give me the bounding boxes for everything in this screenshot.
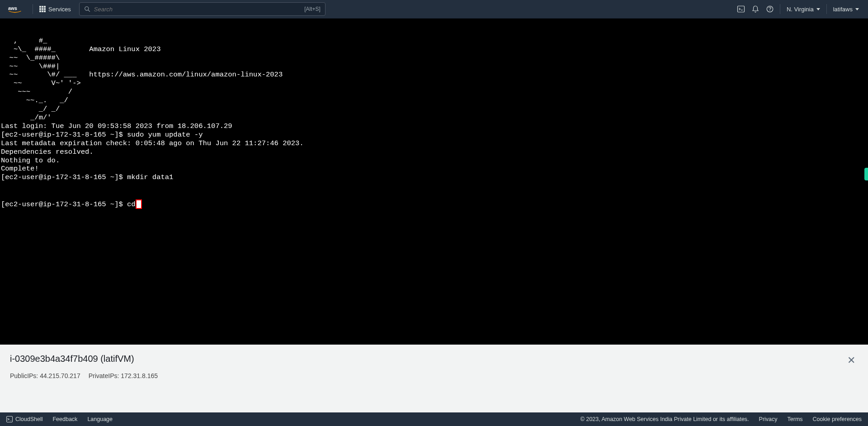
cloudshell-button[interactable]: >_ CloudShell bbox=[6, 416, 42, 422]
cookie-preferences-link[interactable]: Cookie preferences bbox=[813, 416, 862, 422]
help-icon[interactable] bbox=[763, 2, 777, 16]
terminal-line: Complete! bbox=[0, 165, 868, 173]
svg-point-6 bbox=[769, 10, 770, 11]
search-input[interactable] bbox=[94, 6, 301, 13]
terminal-current-line: [ec2-user@ip-172-31-8-165 ~]$ cd bbox=[0, 199, 868, 209]
cloudshell-label: CloudShell bbox=[15, 416, 42, 422]
terminal-line: ~~ \###| bbox=[0, 62, 868, 71]
close-icon[interactable]: ✕ bbox=[844, 354, 858, 367]
svg-line-2 bbox=[88, 10, 90, 12]
language-link[interactable]: Language bbox=[87, 416, 113, 422]
svg-rect-3 bbox=[737, 6, 744, 12]
terminal-line: ~~._. _/ bbox=[0, 96, 868, 105]
services-button[interactable]: Services bbox=[36, 6, 75, 13]
region-label: N. Virginia bbox=[787, 6, 814, 13]
terminal-line: ~~ \#/ ___ https://aws.amazon.com/linux/… bbox=[0, 71, 868, 79]
terminal-line: Last login: Tue Jun 20 09:53:58 2023 fro… bbox=[0, 122, 868, 131]
public-ip: PublicIPs: 44.215.70.217 bbox=[10, 372, 80, 379]
search-kbd-hint: [Alt+S] bbox=[304, 6, 321, 12]
privacy-link[interactable]: Privacy bbox=[759, 416, 778, 422]
region-selector[interactable]: N. Virginia bbox=[783, 6, 824, 13]
search-box[interactable]: [Alt+S] bbox=[79, 2, 326, 16]
services-label: Services bbox=[48, 6, 71, 13]
instance-title: i-0309e3b4a34f7b409 (latifVM) bbox=[10, 354, 835, 364]
terminal-line: Last metadata expiration check: 0:05:48 … bbox=[0, 139, 868, 148]
chevron-down-icon bbox=[855, 8, 859, 10]
cloudshell-icon: >_ bbox=[6, 416, 13, 422]
terminal-line: [ec2-user@ip-172-31-8-165 ~]$ sudo yum u… bbox=[0, 131, 868, 139]
terminal-line: ~~ V~' '-> bbox=[0, 79, 868, 88]
terminal-line: ~~~ / bbox=[0, 88, 868, 96]
instance-info-panel: i-0309e3b4a34f7b409 (latifVM) PublicIPs:… bbox=[0, 345, 868, 412]
grid-icon bbox=[39, 6, 46, 12]
separator bbox=[33, 4, 33, 14]
terminal-line: ~~ \_#####\ bbox=[0, 54, 868, 62]
terminal-line: _/m/' bbox=[0, 114, 868, 122]
aws-logo[interactable]: aws bbox=[5, 4, 24, 14]
svg-text:aws: aws bbox=[8, 5, 17, 11]
terminal-line: , #_ bbox=[0, 37, 868, 45]
copyright-text: © 2023, Amazon Web Services India Privat… bbox=[580, 416, 749, 422]
terminal-cursor bbox=[136, 199, 142, 209]
account-label: latifaws bbox=[833, 6, 853, 13]
feedback-link[interactable]: Feedback bbox=[52, 416, 77, 422]
terminal-line: _/ _/ bbox=[0, 105, 868, 114]
top-nav: aws Services [Alt+S] N. Virginia latifaw… bbox=[0, 0, 868, 19]
private-ip: PrivateIPs: 172.31.8.165 bbox=[89, 372, 158, 379]
terminal-line: [ec2-user@ip-172-31-8-165 ~]$ mkdir data… bbox=[0, 173, 868, 182]
terminal-view[interactable]: , #_ ~\_ ####_ Amazon Linux 2023 ~~ \_##… bbox=[0, 19, 868, 345]
bottom-bar: >_ CloudShell Feedback Language © 2023, … bbox=[0, 412, 868, 426]
account-menu[interactable]: latifaws bbox=[830, 6, 863, 13]
terminal-line: Dependencies resolved. bbox=[0, 148, 868, 156]
terminal-line: Nothing to do. bbox=[0, 156, 868, 165]
terminal-line: ~\_ ####_ Amazon Linux 2023 bbox=[0, 45, 868, 54]
search-icon bbox=[84, 6, 90, 12]
cloudshell-icon[interactable] bbox=[734, 2, 748, 16]
svg-point-1 bbox=[85, 7, 89, 10]
separator bbox=[780, 4, 780, 14]
chevron-down-icon bbox=[816, 8, 820, 10]
side-tab-handle[interactable] bbox=[864, 168, 868, 180]
terms-link[interactable]: Terms bbox=[788, 416, 803, 422]
notifications-icon[interactable] bbox=[748, 2, 763, 16]
separator bbox=[826, 4, 827, 14]
